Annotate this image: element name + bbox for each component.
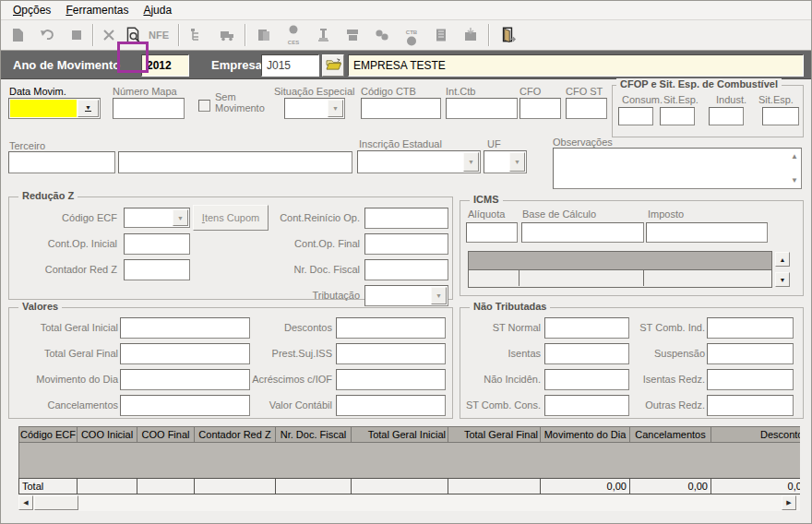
column-header[interactable]: Cancelamentos [630, 427, 711, 442]
imposto-field[interactable] [646, 222, 768, 243]
cfo-label: CFO [519, 86, 541, 97]
contador-red-z-field[interactable] [124, 259, 190, 280]
aliquota-field[interactable] [466, 222, 518, 243]
tributacao-combo[interactable]: ▼ [364, 285, 448, 306]
outras-redz-field[interactable] [707, 395, 794, 416]
delete-button[interactable] [97, 22, 121, 48]
gears-button[interactable] [370, 22, 394, 48]
scroll-down-icon[interactable]: ▼ [791, 176, 798, 185]
terceiro-name-field[interactable] [118, 151, 352, 173]
chevron-down-icon[interactable]: ▼ [463, 152, 479, 172]
situacao-especial-label: Situação Especial [274, 86, 354, 97]
observacoes-label: Observações [553, 137, 613, 148]
uf-combo[interactable]: ▼ [484, 150, 527, 173]
column-header[interactable]: Total Geral Final [448, 427, 541, 442]
codigo-ctb-field[interactable] [361, 98, 441, 119]
int-ctb-field[interactable] [446, 98, 518, 119]
nfe-button[interactable]: NFE [147, 22, 171, 48]
horizontal-scrollbar[interactable]: ◀ ▶ [18, 495, 800, 511]
codigo-ecf-label: Código ECF [20, 212, 117, 223]
date-dropdown-button[interactable]: ▼ [78, 100, 99, 117]
exit-button[interactable] [496, 22, 519, 48]
scrollbar-thumb[interactable] [34, 495, 78, 510]
ctb-button[interactable]: CTB [400, 22, 424, 48]
import-button[interactable] [459, 22, 483, 48]
data-movim-field[interactable] [10, 100, 77, 117]
toolbar-separator [178, 24, 180, 46]
nr-doc-fiscal-field[interactable] [364, 259, 448, 280]
sit-esp-label: Sit.Esp. [758, 94, 794, 105]
valor-contabil-field[interactable] [336, 395, 446, 416]
acrescimos-iof-field[interactable] [336, 369, 446, 390]
icms-scroll-up-button[interactable]: ▲ [775, 252, 790, 267]
register-button[interactable] [340, 22, 364, 48]
indust-field[interactable] [709, 107, 744, 125]
chevron-down-icon[interactable]: ▼ [509, 152, 525, 172]
preview-button[interactable] [121, 22, 145, 48]
column-header[interactable]: Total Geral Inicial [352, 427, 448, 442]
column-header[interactable]: Código ECF [19, 427, 78, 442]
chevron-down-icon[interactable]: ▼ [431, 287, 447, 304]
isentas-redz-field[interactable] [707, 369, 794, 390]
table-total-row: Total 0,00 0,00 0,00 [18, 478, 800, 494]
situacao-especial-combo[interactable]: ▼ [284, 98, 345, 119]
table-body-empty[interactable] [18, 443, 800, 478]
base-de-calculo-field[interactable] [521, 222, 644, 243]
inscricao-estadual-combo[interactable]: ▼ [357, 150, 481, 173]
ano-movimento-field[interactable]: 2012 [141, 54, 189, 77]
cont-reinicio-op-field[interactable] [364, 208, 448, 229]
empresa-lookup-button[interactable] [322, 54, 344, 77]
save-button[interactable] [65, 22, 89, 48]
column-header[interactable]: COO Final [137, 427, 195, 442]
prest-suj-iss-label: Prest.Suj.ISS [223, 348, 332, 359]
chevron-down-icon[interactable]: ▼ [328, 100, 343, 117]
consum-field[interactable] [618, 107, 653, 125]
empresa-code-field[interactable]: J015 [261, 54, 319, 77]
column-header[interactable]: Contador Red Z [195, 427, 276, 442]
menu-opcoes[interactable]: Opções [6, 2, 57, 18]
register-icon [344, 27, 361, 43]
scroll-right-button[interactable]: ▶ [782, 495, 796, 510]
menu-ajuda[interactable]: Ajuda [137, 2, 178, 18]
terceiro-code-field[interactable] [8, 151, 115, 173]
report-button[interactable] [429, 22, 453, 48]
sem-movimento-checkbox[interactable] [198, 100, 210, 112]
gear-ces-button[interactable]: CES [281, 22, 305, 48]
truck-button[interactable] [215, 22, 239, 48]
empresa-name-field[interactable]: EMPRESA TESTE [348, 54, 804, 77]
new-record-icon [9, 27, 26, 43]
prest-suj-iss-field[interactable] [336, 343, 446, 364]
icms-grid[interactable] [468, 251, 772, 288]
nao-tributadas-title: Não Tributadas [470, 301, 550, 312]
scroll-left-button[interactable]: ◀ [18, 495, 33, 510]
column-header[interactable]: COO Inicial [78, 427, 137, 442]
data-movim-label: Data Movim. [9, 86, 66, 97]
column-header[interactable]: Nr. Doc. Fiscal [276, 427, 352, 442]
observacoes-field[interactable]: ▲ ▼ [553, 148, 802, 189]
st-comb-ind-field[interactable] [707, 317, 794, 339]
descontos-field[interactable] [336, 317, 446, 339]
cont-op-final-field[interactable] [364, 233, 448, 255]
column-button[interactable] [311, 22, 335, 48]
scroll-up-icon[interactable]: ▲ [791, 152, 798, 161]
indust-sit-esp-field[interactable] [762, 107, 799, 125]
save-icon [68, 27, 85, 43]
cont-op-inicial-field[interactable] [124, 233, 190, 255]
numero-mapa-field[interactable] [113, 98, 185, 119]
new-record-button[interactable] [6, 22, 30, 48]
undo-button[interactable] [35, 22, 59, 48]
menu-ferramentas[interactable]: Ferramentas [59, 2, 135, 18]
codigo-ecf-combo[interactable]: ▼ [124, 208, 190, 228]
icms-scroll-down-button[interactable]: ▼ [775, 272, 790, 287]
column-header[interactable]: Descontos [711, 427, 800, 442]
chevron-down-icon[interactable]: ▼ [173, 209, 188, 226]
cfo-st-field[interactable] [566, 98, 607, 119]
suspensao-field[interactable] [707, 343, 794, 364]
documents-button[interactable] [252, 22, 276, 48]
tree-view-button[interactable] [185, 22, 209, 48]
column-header[interactable]: Movimento do Dia [541, 427, 630, 442]
consum-sit-esp-field[interactable] [660, 107, 695, 125]
icms-grid-row[interactable] [469, 270, 771, 286]
cfo-field[interactable] [519, 98, 561, 119]
itens-cupom-button[interactable]: Itens Cupom [193, 205, 269, 231]
